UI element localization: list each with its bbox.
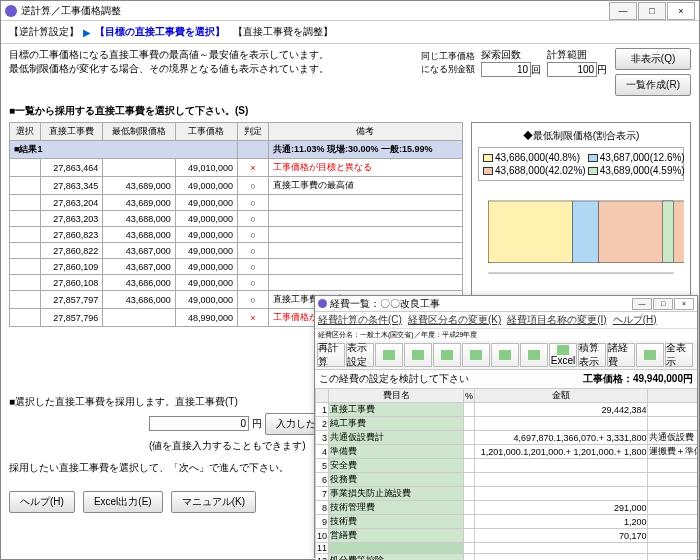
calc-label-1: 探索回数 bbox=[481, 49, 521, 60]
table-row[interactable]: 10営繕費70,170丸めしない bbox=[316, 529, 698, 543]
ribbon-button[interactable]: 全表示 bbox=[665, 343, 693, 367]
link-select-target[interactable]: 【目標の直接工事費を選択】 bbox=[95, 25, 225, 39]
table-header: 工事価格 bbox=[175, 123, 237, 141]
chart-bar bbox=[478, 187, 684, 287]
table-header: 選択 bbox=[10, 123, 41, 141]
table-row[interactable]: 27,860,82343,688,00049,000,000○ bbox=[10, 227, 463, 243]
table-row[interactable]: 3共通仮設費計4,697,870.1,366,070.+ 3,331,800共通… bbox=[316, 431, 698, 445]
calc-label-3: 同じ工事価格 になる別金額 bbox=[421, 50, 475, 76]
sub-info-right: 工事価格：49,940,000円 bbox=[583, 372, 693, 386]
table-row[interactable]: 1直接工事費29,442,384 bbox=[316, 403, 698, 417]
ribbon-button[interactable] bbox=[462, 343, 490, 367]
sub-info-left: この経費の設定を検討して下さい bbox=[319, 372, 469, 386]
excel-export-button[interactable]: Excel出力(E) bbox=[83, 491, 163, 513]
search-count-input[interactable] bbox=[481, 62, 531, 77]
chevron-right-icon: ▶ bbox=[83, 27, 91, 38]
table-row[interactable]: 9技術費1,200丸めしない bbox=[316, 515, 698, 529]
sub-close-button[interactable]: × bbox=[674, 298, 694, 310]
ribbon-button[interactable] bbox=[404, 343, 432, 367]
calc-label-2: 計算範囲 bbox=[547, 49, 587, 60]
info-text: 目標の工事価格になる直接工事費の最高値～最安値を表示しています。 最低制限価格が… bbox=[9, 48, 413, 76]
table-row[interactable]: 27,863,34543,689,00049,000,000○直接工事費の最高値 bbox=[10, 177, 463, 195]
ribbon-button[interactable]: 表示設定 bbox=[346, 343, 374, 367]
table-row[interactable]: 12処分費等控除 bbox=[316, 554, 698, 561]
table-row[interactable]: 27,863,20343,688,00049,000,000○ bbox=[10, 211, 463, 227]
table-row[interactable]: 27,863,46449,010,000×工事価格が目標と異なる bbox=[10, 159, 463, 177]
ribbon-button[interactable] bbox=[375, 343, 403, 367]
menu-item[interactable]: 経費項目名称の変更(I) bbox=[507, 313, 606, 327]
toolbar-label: 【逆計算設定】 bbox=[9, 25, 79, 39]
result-label: ■結果1 bbox=[10, 141, 238, 159]
list-create-button[interactable]: 一覧作成(R) bbox=[615, 74, 691, 96]
ribbon-button[interactable]: Excel bbox=[549, 343, 577, 367]
sub-info-row: 経費区分名：一般土木(国交省)／年度：平成29年度 bbox=[315, 329, 697, 341]
ribbon-button[interactable] bbox=[433, 343, 461, 367]
menu-item[interactable]: 経費区分名の変更(K) bbox=[408, 313, 501, 327]
svg-rect-0 bbox=[488, 201, 572, 263]
legend-item: 43,686,000(40.8%) bbox=[483, 152, 586, 163]
table-row[interactable]: 6役務費丸めしない bbox=[316, 473, 698, 487]
toolbar-label-2: 【直接工事費を調整】 bbox=[233, 25, 333, 39]
calc-range-input[interactable] bbox=[547, 62, 597, 77]
sub-maximize-button[interactable]: □ bbox=[653, 298, 673, 310]
chart-legend: 43,686,000(40.8%)43,687,000(12.6%)43,688… bbox=[478, 147, 684, 181]
table-row[interactable]: 4準備費1,201,000.1,201,000.+ 1,201,000.+ 1,… bbox=[316, 445, 698, 459]
adopt-value-input[interactable] bbox=[149, 416, 249, 431]
minimize-button[interactable]: — bbox=[609, 2, 637, 20]
app-icon bbox=[318, 299, 327, 308]
table-row[interactable]: 27,860,82243,687,00049,000,000○ bbox=[10, 243, 463, 259]
legend-item: 43,687,000(12.6%) bbox=[588, 152, 685, 163]
table-row[interactable]: 27,863,20443,689,00049,000,000○ bbox=[10, 195, 463, 211]
manual-button[interactable]: マニュアル(K) bbox=[171, 491, 256, 513]
table-row[interactable]: 8技術管理費291,000丸めしない bbox=[316, 501, 698, 515]
table-row[interactable]: 5安全費丸めしない bbox=[316, 459, 698, 473]
ribbon-button[interactable] bbox=[520, 343, 548, 367]
expense-table: 費目名%金額計算式（ω値）計算式（費目名）丸め 1直接工事費29,442,384… bbox=[315, 388, 697, 560]
table-row[interactable]: 27,860,10943,687,00049,000,000○ bbox=[10, 259, 463, 275]
table-row[interactable]: 7事業損失防止施設費丸めしない bbox=[316, 487, 698, 501]
table-row[interactable]: 2純工事費丸めしない bbox=[316, 417, 698, 431]
svg-rect-1 bbox=[572, 201, 598, 263]
ribbon-button[interactable]: 再計算 bbox=[317, 343, 345, 367]
menu-item[interactable]: 経費計算の条件(C) bbox=[318, 313, 402, 327]
bottom-label: ■選択した直接工事費を採用します。直接工事費(T) bbox=[9, 396, 238, 407]
close-button[interactable]: × bbox=[667, 2, 695, 20]
maximize-button[interactable]: □ bbox=[638, 2, 666, 20]
section-header: ■一覧から採用する直接工事費を選択して下さい。(S) bbox=[1, 100, 699, 122]
help-button[interactable]: ヘルプ(H) bbox=[9, 491, 75, 513]
sub-window-title: 経費一覧：〇〇改良工事 bbox=[330, 297, 632, 311]
table-row[interactable]: 11 bbox=[316, 543, 698, 554]
sub-minimize-button[interactable]: — bbox=[632, 298, 652, 310]
result-note: 共通:11.03% 現場:30.00% 一般:15.99% bbox=[268, 141, 462, 159]
menu-item[interactable]: ヘルプ(H) bbox=[613, 313, 657, 327]
table-row[interactable]: 27,860,10843,686,00049,000,000○ bbox=[10, 275, 463, 291]
ribbon-button[interactable]: 諸経費 bbox=[607, 343, 635, 367]
chart-title: ◆最低制限価格(割合表示) bbox=[478, 129, 684, 143]
table-header: 判定 bbox=[237, 123, 268, 141]
ribbon-button[interactable] bbox=[636, 343, 664, 367]
ribbon-button[interactable] bbox=[491, 343, 519, 367]
table-header: 備考 bbox=[268, 123, 462, 141]
ribbon-button[interactable]: 積算表示 bbox=[578, 343, 606, 367]
table-header: 直接工事費 bbox=[41, 123, 103, 141]
window-title: 逆計算／工事価格調整 bbox=[21, 4, 609, 18]
legend-item: 43,688,000(42.02%) bbox=[483, 165, 586, 176]
svg-rect-3 bbox=[662, 201, 673, 263]
table-header: 最低制限価格 bbox=[103, 123, 175, 141]
legend-item: 43,689,000(4.59%) bbox=[588, 165, 685, 176]
app-icon bbox=[5, 5, 17, 17]
hide-button[interactable]: 非表示(Q) bbox=[615, 48, 691, 70]
